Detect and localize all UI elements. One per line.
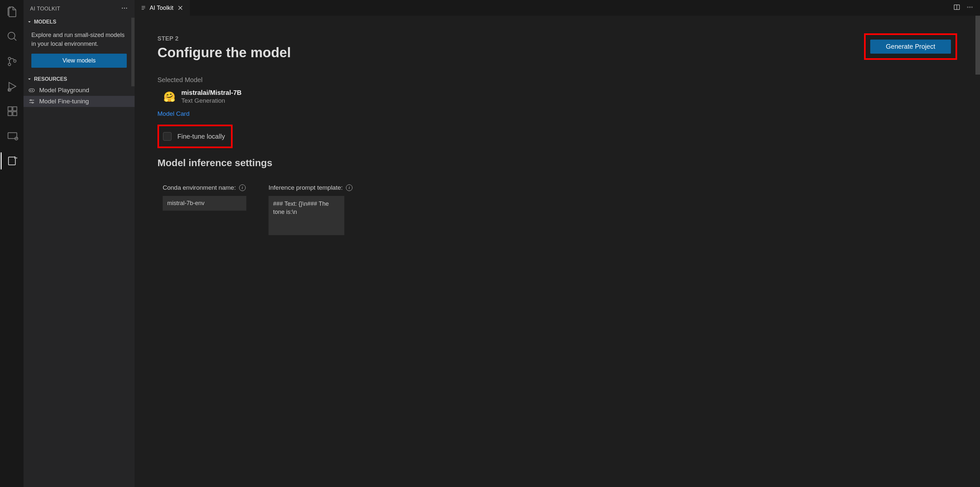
content-scrollbar-track: [975, 16, 980, 487]
prompt-template-label: Inference prompt template:: [269, 184, 343, 191]
models-section-header[interactable]: MODELS: [24, 16, 135, 27]
conda-env-input[interactable]: [163, 196, 246, 211]
svg-point-15: [124, 8, 125, 9]
tab-bar: AI Toolkit: [135, 0, 980, 16]
sidebar-title: AI TOOLKIT: [30, 6, 60, 12]
svg-line-1: [14, 38, 16, 41]
sidebar: AI TOOLKIT MODELS Explore and run small-…: [24, 0, 135, 487]
editor-content: STEP 2 Configure the model Generate Proj…: [135, 16, 980, 487]
page-title: Configure the model: [158, 45, 291, 61]
editor-area: AI Toolkit STEP 2 Configure the: [135, 0, 980, 487]
sidebar-header: AI TOOLKIT: [24, 0, 135, 16]
svg-rect-9: [13, 112, 17, 116]
close-icon[interactable]: [177, 4, 184, 11]
fine-tune-locally-checkbox[interactable]: [163, 132, 172, 141]
svg-point-32: [967, 6, 968, 8]
selected-model-label: Selected Model: [158, 76, 957, 84]
extensions-icon[interactable]: [5, 103, 20, 119]
sidebar-item-label: Model Playground: [39, 87, 89, 94]
sidebar-scrollbar[interactable]: [131, 18, 135, 86]
explorer-icon[interactable]: [5, 4, 20, 20]
svg-rect-8: [8, 112, 12, 116]
svg-point-16: [126, 8, 127, 9]
run-debug-icon[interactable]: [5, 78, 20, 94]
prompt-template-field: Inference prompt template: i: [269, 184, 353, 235]
conda-env-label: Conda environment name:: [163, 184, 236, 191]
svg-point-3: [8, 63, 11, 66]
svg-point-2: [8, 57, 11, 60]
svg-point-14: [122, 8, 123, 9]
content-scrollbar-thumb[interactable]: [975, 16, 980, 75]
inference-settings-title: Model inference settings: [158, 157, 957, 168]
svg-point-18: [30, 90, 31, 91]
generate-project-highlight: Generate Project: [864, 34, 957, 60]
info-icon[interactable]: i: [346, 184, 353, 191]
resources-section-header[interactable]: RESOURCES: [24, 73, 135, 85]
svg-point-33: [969, 6, 970, 8]
model-card-link[interactable]: Model Card: [158, 110, 189, 117]
sidebar-item-finetuning[interactable]: Model Fine-tuning: [24, 96, 135, 107]
model-name: mistralai/Mistral-7B: [181, 89, 242, 96]
svg-rect-10: [13, 107, 17, 111]
models-description: Explore and run small-sized models in yo…: [24, 27, 135, 54]
svg-point-0: [8, 32, 15, 39]
sidebar-item-label: Model Fine-tuning: [39, 98, 89, 105]
more-icon[interactable]: [121, 5, 128, 13]
tab-ai-toolkit[interactable]: AI Toolkit: [135, 0, 190, 16]
generate-project-button[interactable]: Generate Project: [870, 40, 951, 54]
search-icon[interactable]: [5, 29, 20, 45]
view-models-button[interactable]: View models: [31, 54, 127, 68]
fine-tune-locally-highlight: Fine-tune locally: [158, 125, 232, 148]
resources-section-label: RESOURCES: [34, 76, 67, 82]
info-icon[interactable]: i: [239, 184, 246, 191]
prompt-template-input[interactable]: [269, 196, 344, 235]
huggingface-icon: 🤗: [163, 91, 175, 102]
models-section-label: MODELS: [34, 19, 56, 25]
model-row: 🤗 mistralai/Mistral-7B Text Generation: [163, 89, 957, 104]
svg-point-34: [972, 6, 972, 8]
remote-icon[interactable]: [5, 128, 20, 144]
sidebar-item-playground[interactable]: Model Playground: [24, 85, 135, 96]
svg-point-24: [32, 102, 33, 103]
tab-label: AI Toolkit: [150, 5, 173, 11]
model-task: Text Generation: [181, 97, 242, 104]
split-editor-icon[interactable]: [953, 3, 960, 12]
source-control-icon[interactable]: [5, 54, 20, 69]
conda-env-field: Conda environment name: i: [163, 184, 246, 235]
more-actions-icon[interactable]: [966, 3, 974, 12]
fine-tune-locally-label: Fine-tune locally: [177, 133, 225, 140]
step-label: STEP 2: [158, 35, 291, 42]
ai-toolkit-icon[interactable]: [5, 153, 20, 169]
activity-bar: [0, 0, 24, 487]
svg-point-22: [30, 100, 31, 101]
svg-rect-7: [8, 107, 12, 111]
